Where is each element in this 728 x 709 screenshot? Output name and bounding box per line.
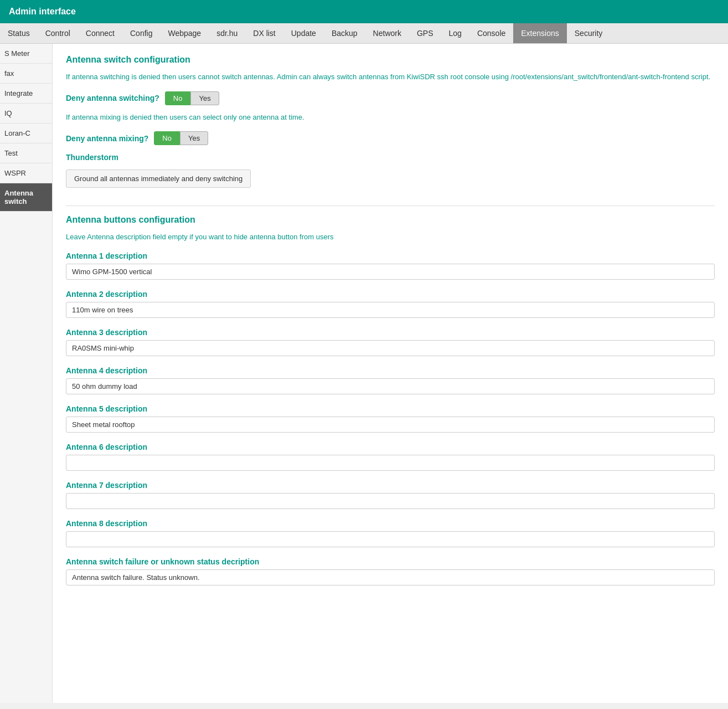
sidebar-item-wspr[interactable]: WSPR [0,163,52,183]
deny-switching-yes-button[interactable]: Yes [190,91,219,105]
failure-label: Antenna switch failure or unknown status… [66,557,715,566]
deny-mixing-no-button[interactable]: No [154,131,180,145]
deny-switching-group: Deny antenna switching? No Yes [66,91,715,105]
app-header: Admin interface [0,0,728,23]
antenna-hint: Leave Antenna description field empty if… [66,232,715,243]
sidebar-item-iq[interactable]: IQ [0,104,52,124]
sidebar-item-test[interactable]: Test [0,143,52,163]
sidebar-item-antenna-switch[interactable]: Antenna switch [0,183,52,212]
nav-item-config[interactable]: Config [122,23,160,43]
nav-item-update[interactable]: Update [283,23,324,43]
antenna-label-1: Antenna 1 description [66,251,715,260]
deny-mixing-yes-button[interactable]: Yes [180,131,208,145]
sidebar-item-integrate[interactable]: Integrate [0,84,52,104]
deny-mixing-group: Deny antenna mixing? No Yes [66,131,715,145]
deny-mixing-label: Deny antenna mixing? [66,134,148,143]
thunderstorm-title: Thunderstorm [66,153,715,162]
nav-item-control[interactable]: Control [38,23,78,43]
sidebar-item-loran-c[interactable]: Loran-C [0,124,52,143]
section1-title: Antenna switch configuration [66,55,715,65]
antenna-input-7[interactable] [66,493,715,509]
nav-item-extensions[interactable]: Extensions [513,23,566,43]
antenna-input-4[interactable] [66,378,715,394]
antenna-label-6: Antenna 6 description [66,443,715,451]
deny-switching-no-button[interactable]: No [165,91,191,105]
antenna-label-4: Antenna 4 description [66,366,715,375]
antenna-input-2[interactable] [66,302,715,318]
main-content: Antenna switch configuration If antenna … [53,44,728,703]
mixing-info-text: If antenna mixing is denied then users c… [66,112,715,123]
section2-title: Antenna buttons configuration [66,215,715,225]
nav-item-status[interactable]: Status [0,23,38,43]
antenna-label-8: Antenna 8 description [66,519,715,528]
antenna-input-5[interactable] [66,417,715,433]
nav-item-gps[interactable]: GPS [409,23,441,43]
nav-item-webpage[interactable]: Webpage [160,23,209,43]
antenna-input-8[interactable] [66,531,715,547]
nav-item-security[interactable]: Security [567,23,611,43]
nav-item-log[interactable]: Log [441,23,469,43]
antenna-input-1[interactable] [66,264,715,280]
nav-item-sdr.hu[interactable]: sdr.hu [209,23,245,43]
antenna-input-6[interactable] [66,455,715,471]
section-divider [66,205,715,206]
nav-item-connect[interactable]: Connect [78,23,122,43]
sidebar: S MeterfaxIntegrateIQLoran-CTestWSPRAnte… [0,44,53,703]
antenna-label-5: Antenna 5 description [66,404,715,413]
antenna-fields: Antenna 1 descriptionAntenna 2 descripti… [66,251,715,549]
nav-item-dx-list[interactable]: DX list [245,23,283,43]
nav-item-backup[interactable]: Backup [324,23,365,43]
failure-input[interactable] [66,569,715,585]
sidebar-item-s-meter[interactable]: S Meter [0,44,52,64]
antenna-label-7: Antenna 7 description [66,481,715,490]
info-text: If antenna switching is denied then user… [66,71,715,83]
nav-item-console[interactable]: Console [469,23,513,43]
antenna-input-3[interactable] [66,340,715,356]
app-title: Admin interface [9,7,76,16]
thunderstorm-button[interactable]: Ground all antennas immediately and deny… [66,169,251,188]
nav-bar: StatusControlConnectConfigWebpagesdr.huD… [0,23,728,44]
deny-switching-label: Deny antenna switching? [66,94,159,102]
sidebar-item-fax[interactable]: fax [0,64,52,84]
antenna-label-2: Antenna 2 description [66,290,715,299]
nav-item-network[interactable]: Network [365,23,409,43]
antenna-label-3: Antenna 3 description [66,328,715,337]
